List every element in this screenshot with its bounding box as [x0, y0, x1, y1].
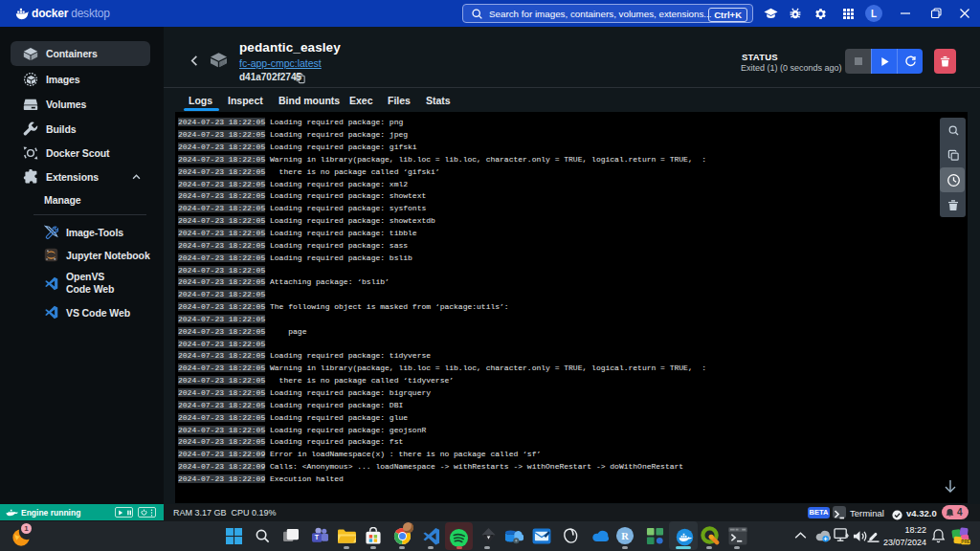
svg-text:PRE: PRE — [961, 540, 969, 544]
svg-text:R: R — [621, 531, 629, 541]
svg-text:T: T — [314, 534, 319, 541]
